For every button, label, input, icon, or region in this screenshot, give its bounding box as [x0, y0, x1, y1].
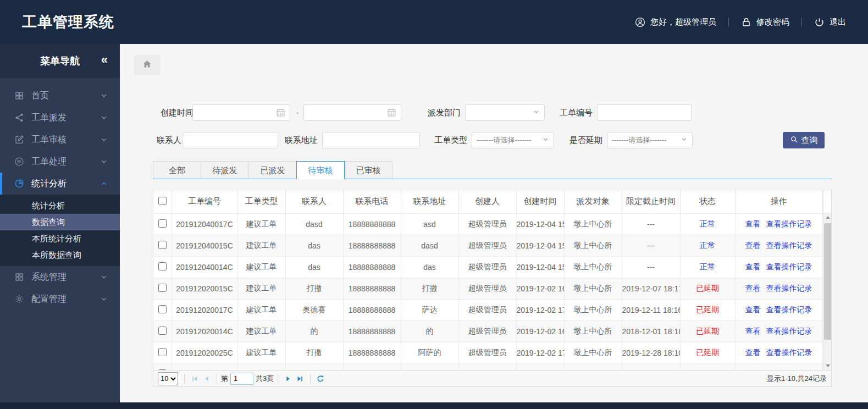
- page-number-input[interactable]: [230, 373, 253, 385]
- next-page-button[interactable]: [282, 373, 294, 385]
- collapse-sidebar-icon[interactable]: «: [101, 53, 109, 67]
- view-operation-log-link[interactable]: 查看操作记录: [766, 327, 812, 335]
- column-header: 工单编号: [172, 190, 237, 213]
- cell-created: 2019-12-04 15: [516, 213, 564, 235]
- sidebar-item-home[interactable]: 首页: [0, 85, 120, 107]
- view-operation-log-link[interactable]: 查看操作记录: [766, 219, 812, 228]
- view-operation-log-link[interactable]: 查看操作记录: [766, 241, 812, 250]
- breadcrumb-home-button[interactable]: [134, 55, 160, 75]
- column-header: 状态: [680, 190, 735, 213]
- view-operation-log-link[interactable]: 查看操作记录: [766, 262, 812, 271]
- sidebar-item-system-management[interactable]: 系统管理: [0, 266, 120, 288]
- cell-phone: [343, 363, 401, 370]
- column-header: 创建人: [458, 190, 516, 213]
- view-link[interactable]: 查看: [745, 348, 761, 357]
- sidebar-item-label: 工单审核: [31, 134, 100, 146]
- row-checkbox[interactable]: [158, 369, 167, 371]
- row-checkbox[interactable]: [158, 262, 167, 270]
- row-checkbox[interactable]: [158, 305, 167, 313]
- prev-page-button[interactable]: [201, 373, 213, 385]
- cell-address: 阿萨的: [401, 342, 458, 363]
- sidebar-subitem-stats-analysis-sub[interactable]: 统计分析: [0, 197, 120, 214]
- cell-created: 2019-12-02 17: [516, 342, 564, 363]
- row-select-cell: [153, 256, 172, 278]
- create-time-to-input[interactable]: [303, 104, 401, 121]
- cell-phone: 18888888888: [343, 278, 401, 299]
- view-link[interactable]: 查看: [745, 327, 761, 335]
- sidebar-item-stats-analysis[interactable]: 统计分析: [0, 173, 120, 195]
- view-operation-log-link[interactable]: 查看操作记录: [766, 305, 812, 314]
- status-badge: 已延期: [696, 284, 719, 292]
- search-button[interactable]: 查询: [783, 132, 825, 148]
- sidebar-item-order-process[interactable]: 工单处理: [0, 151, 120, 173]
- cell-target: 墩上中心所: [564, 278, 622, 299]
- row-checkbox[interactable]: [158, 327, 167, 335]
- view-operation-log-link[interactable]: 查看操作记录: [766, 284, 812, 292]
- row-checkbox[interactable]: [158, 348, 167, 356]
- header-divider: [728, 18, 729, 26]
- tab-pending-review[interactable]: 待审核: [296, 161, 345, 179]
- pagination-divider: [278, 374, 278, 384]
- sidebar-subitem-branch-stats-analysis[interactable]: 本所统计分析: [0, 230, 120, 247]
- tab-reviewed[interactable]: 已审核: [344, 161, 392, 179]
- row-checkbox[interactable]: [158, 219, 167, 228]
- cell-address: dasd: [401, 235, 458, 256]
- sidebar-item-order-review[interactable]: 工单审核: [0, 129, 120, 151]
- cell-status: [680, 363, 735, 370]
- view-link[interactable]: 查看: [745, 284, 761, 292]
- row-checkbox[interactable]: [158, 241, 167, 249]
- grid-icon: [14, 91, 24, 101]
- address-input[interactable]: [322, 132, 420, 148]
- tab-pending-dispatch[interactable]: 待派发: [201, 161, 249, 179]
- table-row: 201912020017C建议工单奥德赛18888888888萨达超级管理员20…: [153, 299, 822, 320]
- last-page-button[interactable]: [294, 373, 306, 385]
- dispatch-dept-select[interactable]: [465, 104, 545, 121]
- sidebar-subitem-branch-data-query[interactable]: 本所数据查询: [0, 247, 120, 263]
- cell-address: das: [401, 256, 458, 278]
- table-row: [153, 363, 822, 370]
- order-type-select[interactable]: -------请选择-------: [472, 132, 554, 148]
- change-password-button[interactable]: 修改密码: [741, 17, 789, 27]
- delay-select[interactable]: -------请选择-------: [607, 132, 693, 148]
- cell-creator: 超级管理员: [458, 256, 516, 278]
- chevron-up-icon: [100, 180, 108, 187]
- pagination-bar: 10 第 共3页 显示1-10,共24记录: [153, 370, 831, 386]
- chevron-down-icon: [542, 136, 549, 145]
- cell-created: 2019-12-02 16: [516, 320, 564, 342]
- page-size-select[interactable]: 10: [158, 372, 178, 385]
- user-menu[interactable]: 您好，超级管理员: [635, 17, 716, 27]
- view-link[interactable]: 查看: [745, 241, 761, 250]
- scrollbar-thumb[interactable]: [824, 223, 832, 340]
- sidebar-nav: 首页工单派发工单审核工单处理统计分析统计分析数据查询本所统计分析本所数据查询系统…: [0, 78, 120, 310]
- select-all-checkbox[interactable]: [158, 197, 167, 205]
- contact-input[interactable]: [183, 132, 278, 148]
- view-operation-log-link[interactable]: 查看操作记录: [766, 348, 812, 357]
- scrollbar-header-stub: [823, 190, 832, 213]
- scrollbar-track[interactable]: [823, 213, 832, 370]
- cell-type: 建议工单: [237, 342, 285, 363]
- pie-icon: [14, 179, 24, 189]
- row-checkbox[interactable]: [158, 284, 167, 292]
- tab-all[interactable]: 全部: [153, 161, 201, 179]
- tab-dispatched[interactable]: 已派发: [248, 161, 297, 179]
- view-link[interactable]: 查看: [745, 219, 761, 228]
- sidebar-item-label: 工单派发: [31, 112, 100, 124]
- create-time-from-input[interactable]: [192, 104, 290, 121]
- column-header: 操作: [735, 190, 822, 213]
- sidebar-subitem-data-query[interactable]: 数据查询: [0, 214, 120, 230]
- sidebar-item-config-management[interactable]: 配置管理: [0, 288, 120, 310]
- cell-contact: 的: [285, 320, 343, 342]
- scroll-down-arrow-icon[interactable]: [823, 362, 832, 370]
- share-icon: [14, 113, 24, 123]
- sidebar-item-order-dispatch[interactable]: 工单派发: [0, 107, 120, 129]
- refresh-icon[interactable]: [314, 373, 327, 385]
- view-link[interactable]: 查看: [745, 262, 761, 271]
- vertical-scrollbar[interactable]: [823, 190, 832, 370]
- chevron-down-icon: [100, 273, 108, 281]
- cell-deadline: 2018-12-01 18:18: [622, 320, 680, 342]
- order-no-input[interactable]: [597, 104, 692, 121]
- scroll-up-arrow-icon[interactable]: [823, 213, 832, 222]
- logout-button[interactable]: 退出: [814, 17, 846, 27]
- first-page-button[interactable]: [189, 373, 201, 385]
- view-link[interactable]: 查看: [745, 305, 761, 314]
